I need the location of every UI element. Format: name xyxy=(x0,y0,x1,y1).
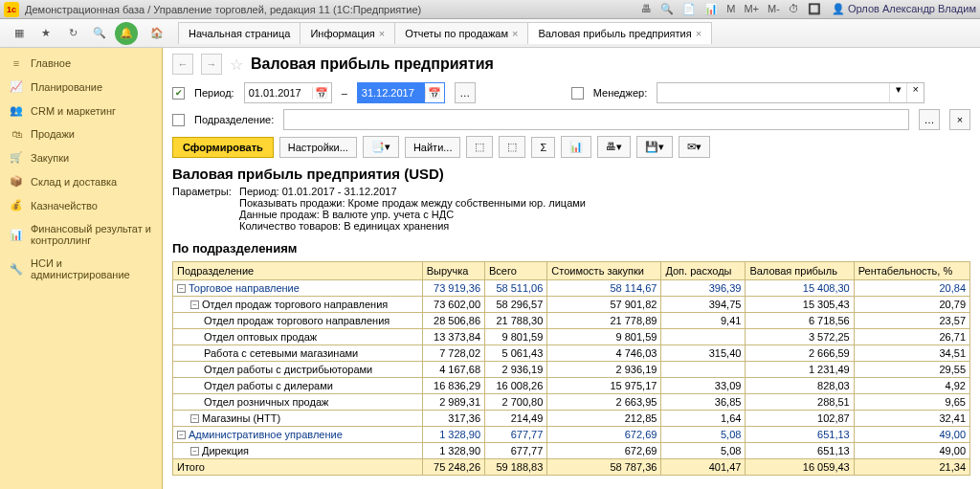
dept-checkbox[interactable] xyxy=(172,114,185,126)
dept-input[interactable] xyxy=(283,109,909,130)
mail-button[interactable]: ✉▾ xyxy=(679,136,710,158)
col-header: Стоимость закупки xyxy=(547,262,661,280)
close-icon[interactable]: × xyxy=(512,28,518,39)
nav-icon: 👥 xyxy=(10,104,23,117)
period-label: Период: xyxy=(194,87,234,99)
toolbar-icon[interactable]: 🖶 xyxy=(641,3,652,14)
sidebar-item[interactable]: 📊Финансовый результат и контроллинг xyxy=(0,217,162,252)
sidebar-item[interactable]: 💰Казначейство xyxy=(0,193,162,217)
nav-icon: 💰 xyxy=(10,199,23,211)
sidebar-item[interactable]: ≡Главное xyxy=(0,52,162,75)
generate-button[interactable]: Сформировать xyxy=(172,137,274,158)
expand-icon[interactable]: − xyxy=(190,300,199,309)
date-from-field[interactable]: 📅 xyxy=(244,82,332,103)
toolbar-icon[interactable]: 📄 xyxy=(682,3,696,14)
table-row: Отдел работы с дистрибьюторами4 167,682 … xyxy=(173,362,970,378)
manager-checkbox[interactable] xyxy=(571,87,584,100)
table-row: Работа с сетевыми магазинами7 728,025 06… xyxy=(173,345,970,362)
expand-icon[interactable]: − xyxy=(190,414,199,423)
expand-icon[interactable]: − xyxy=(177,284,186,293)
nav-icon: 📈 xyxy=(10,80,23,93)
close-icon[interactable]: × xyxy=(379,28,385,39)
chart-button[interactable]: 📊 xyxy=(561,136,591,158)
toolbar-icon[interactable]: M xyxy=(726,3,735,14)
expand-icon[interactable]: − xyxy=(177,431,186,439)
nav-icon: 🔧 xyxy=(10,263,23,276)
report-title: Валовая прибыль предприятия (USD) xyxy=(172,166,970,182)
date-from-input[interactable] xyxy=(245,83,312,102)
dept-clear-button[interactable]: × xyxy=(949,109,970,130)
tab-sales-reports[interactable]: Отчеты по продажам× xyxy=(394,22,528,44)
sidebar-item-label: Главное xyxy=(31,57,71,69)
table-row: − Отдел продаж торгового направления73 6… xyxy=(173,297,970,313)
sidebar-item[interactable]: 🛍Продажи xyxy=(0,122,162,145)
nav-icon: 🛒 xyxy=(10,151,23,164)
sidebar-item-label: Склад и доставка xyxy=(31,176,117,188)
toolbar-icon[interactable]: ⏱ xyxy=(789,3,799,14)
calendar-icon[interactable]: 📅 xyxy=(425,87,444,100)
sum-button[interactable]: Σ xyxy=(531,137,555,158)
save-button[interactable]: 💾▾ xyxy=(636,136,673,158)
expand-button[interactable]: ⬚ xyxy=(466,136,493,158)
sidebar-item-label: Финансовый результат и контроллинг xyxy=(31,223,152,246)
date-to-input[interactable] xyxy=(358,83,425,102)
col-header: Всего xyxy=(485,262,547,280)
notifications-icon[interactable]: 🔔 xyxy=(115,22,138,45)
toolbar-icon[interactable]: 🔲 xyxy=(808,3,821,14)
toolbar-icon[interactable]: 📊 xyxy=(704,3,718,14)
col-header: Рентабельность, % xyxy=(854,262,969,280)
sidebar-item[interactable]: 🛒Закупки xyxy=(0,145,162,169)
variants-button[interactable]: 📑▾ xyxy=(363,136,399,158)
sidebar-item-label: Казначейство xyxy=(31,200,98,211)
sidebar-item[interactable]: 📦Склад и доставка xyxy=(0,169,162,193)
sidebar-item[interactable]: 🔧НСИ и администрирование xyxy=(0,252,162,286)
close-icon[interactable]: × xyxy=(696,28,702,39)
collapse-button[interactable]: ⬚ xyxy=(499,136,525,158)
params-block: Период: 01.01.2017 - 31.12.2017Показыват… xyxy=(239,186,586,232)
report-table: ПодразделениеВыручкаВсегоСтоимость закуп… xyxy=(172,261,970,476)
tab-info[interactable]: Информация× xyxy=(300,22,395,44)
col-header: Выручка xyxy=(422,262,484,280)
toolbar-icon[interactable]: 🔍 xyxy=(660,3,674,14)
nav-icon: 📊 xyxy=(10,229,23,241)
sidebar-item[interactable]: 👥CRM и маркетинг xyxy=(0,99,162,122)
manager-input[interactable] xyxy=(657,83,889,102)
calendar-icon[interactable]: 📅 xyxy=(312,87,331,100)
table-row: − Дирекция1 328,90677,77672,695,08651,13… xyxy=(173,443,970,459)
favorite-star-icon[interactable]: ☆ xyxy=(230,56,243,74)
nav-back[interactable]: ← xyxy=(172,54,193,75)
period-picker-button[interactable]: … xyxy=(455,82,476,103)
apps-icon[interactable]: ▦ xyxy=(8,22,31,45)
find-button[interactable]: Найти... xyxy=(405,137,461,158)
favorites-icon[interactable]: ★ xyxy=(34,22,57,45)
expand-icon[interactable]: − xyxy=(190,447,199,456)
sidebar-item-label: Планирование xyxy=(31,81,102,93)
manager-label: Менеджер: xyxy=(593,87,647,99)
search-icon[interactable]: 🔍 xyxy=(88,22,111,45)
toolbar-icon[interactable]: M- xyxy=(768,3,780,14)
date-to-field[interactable]: 📅 xyxy=(357,82,445,103)
clear-icon[interactable]: × xyxy=(906,83,924,102)
table-row: Отдел работы с дилерами16 836,2916 008,2… xyxy=(173,378,970,394)
toolbar-icon[interactable]: M+ xyxy=(744,3,759,14)
home-icon[interactable]: 🏠 xyxy=(145,22,168,45)
settings-button[interactable]: Настройки... xyxy=(279,137,357,158)
dept-picker-button[interactable]: … xyxy=(919,109,940,130)
col-header: Подразделение xyxy=(173,262,423,280)
sidebar-item-label: Закупки xyxy=(31,152,69,164)
section-title: По подразделениям xyxy=(172,241,970,256)
history-icon[interactable]: ↻ xyxy=(61,22,84,45)
nav-fwd[interactable]: → xyxy=(201,54,222,75)
sidebar-item[interactable]: 📈Планирование xyxy=(0,75,162,99)
dept-label: Подразделение: xyxy=(194,114,274,125)
dropdown-icon[interactable]: ▾ xyxy=(889,83,906,102)
params-label: Параметры: xyxy=(172,186,239,232)
table-row: − Торговое направление73 919,3658 511,06… xyxy=(173,280,970,297)
tab-gross-profit[interactable]: Валовая прибыль предприятия× xyxy=(527,22,712,44)
print-button[interactable]: 🖶▾ xyxy=(597,136,631,158)
table-row: − Магазины (НТТ)317,36214,49212,851,6410… xyxy=(173,411,970,427)
current-user[interactable]: 👤 Орлов Александр Владим xyxy=(832,3,976,15)
period-checkbox[interactable]: ✔ xyxy=(172,87,185,100)
manager-field[interactable]: ▾ × xyxy=(657,82,924,103)
tab-start[interactable]: Начальная страница xyxy=(178,22,301,44)
